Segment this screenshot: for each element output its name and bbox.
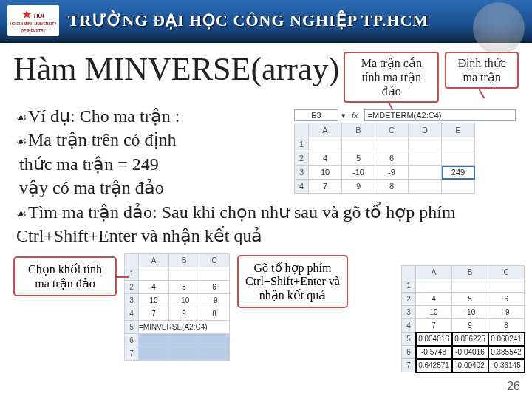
col-header: D bbox=[409, 123, 442, 137]
cell: 4 bbox=[139, 281, 169, 294]
cell: 10 bbox=[139, 294, 169, 307]
cell-inverse: 0.056225 bbox=[452, 332, 488, 346]
cell: -9 bbox=[488, 306, 525, 319]
row-header: 6 bbox=[402, 346, 416, 359]
cell: 5 bbox=[169, 281, 200, 294]
callout-determinant: Định thức ma trận bbox=[445, 52, 519, 89]
brand-banner: ★ HUI HO CHI MINH UNIVERSITY OF INDUSTRY… bbox=[0, 0, 532, 43]
logo-star-icon: ★ bbox=[22, 8, 32, 20]
cell-inverse: -0.00402 bbox=[452, 359, 488, 372]
row-header: 6 bbox=[125, 334, 139, 347]
formula-cell: =MINVERSE(A2:C4) bbox=[139, 321, 230, 334]
cell: -9 bbox=[200, 294, 230, 307]
cell: -9 bbox=[375, 166, 409, 180]
cell-inverse: -0.5743 bbox=[416, 346, 452, 359]
cell: 7 bbox=[139, 307, 169, 321]
cell: 7 bbox=[416, 319, 452, 332]
col-header: B bbox=[342, 123, 375, 137]
row-header: 2 bbox=[402, 293, 416, 306]
cell: 8 bbox=[488, 319, 525, 332]
row-header: 2 bbox=[295, 151, 309, 166]
row-header: 3 bbox=[402, 306, 416, 319]
name-box: E3 bbox=[294, 109, 338, 121]
cell: 6 bbox=[200, 281, 230, 294]
dropdown-icon: ▾ bbox=[341, 111, 346, 120]
bullet-icon bbox=[16, 200, 28, 224]
cell: 9 bbox=[342, 180, 375, 194]
cell: -10 bbox=[342, 166, 375, 180]
seal-icon bbox=[473, 2, 525, 54]
sheet-determinant: A B C D E 1 2 4 5 6 3 10 -10 -9 249 4 7 … bbox=[294, 123, 475, 194]
callout-ctrl-shift-enter: Gõ tổ hợp phím Ctrl+Shift+Enter và nhận … bbox=[237, 255, 348, 308]
col-header: C bbox=[375, 123, 409, 137]
cell: 4 bbox=[416, 293, 452, 306]
line-3: Tìm ma trận đảo: Sau khi chọn như sau và… bbox=[16, 202, 456, 245]
row-header: 4 bbox=[125, 307, 139, 321]
page-number: 26 bbox=[507, 380, 520, 393]
line-2b: thức ma trận = 249 bbox=[19, 154, 159, 174]
bullet-icon bbox=[16, 104, 28, 128]
row-header: 3 bbox=[125, 294, 139, 307]
row-header: 4 bbox=[295, 180, 309, 194]
cell: 5 bbox=[452, 293, 488, 306]
row-header: 5 bbox=[402, 332, 416, 346]
cell: 5 bbox=[342, 151, 375, 166]
cell: 10 bbox=[309, 166, 342, 180]
callout-select-block: Chọn khối tính ma trận đảo bbox=[13, 256, 117, 296]
slide-title: Hàm MINVERSE(array) bbox=[13, 50, 339, 88]
cell: 9 bbox=[452, 319, 488, 332]
row-header: 5 bbox=[125, 321, 139, 334]
row-header: 2 bbox=[125, 281, 139, 294]
row-header: 3 bbox=[295, 166, 309, 180]
cell-inverse: -0.04016 bbox=[452, 346, 488, 359]
formula-bar: =MDETERM(A2:C4) bbox=[364, 109, 516, 121]
bullet-icon bbox=[16, 128, 28, 151]
cell-inverse: 0.385542 bbox=[488, 346, 525, 359]
excel-determinant-embed: E3 ▾ fx =MDETERM(A2:C4) A B C D E 1 2 4 … bbox=[294, 109, 516, 194]
cell: 6 bbox=[488, 293, 525, 306]
cell: 7 bbox=[309, 180, 342, 194]
row-header: 1 bbox=[125, 267, 139, 281]
cell: 6 bbox=[375, 151, 409, 166]
row-header: 7 bbox=[125, 347, 139, 361]
logo-abbrev: HUI bbox=[34, 13, 44, 19]
excel-minverse-result: A B C 1 2 4 5 6 3 10 -10 -9 4 7 9 8 5 0.… bbox=[401, 265, 525, 372]
col-header: B bbox=[452, 266, 488, 279]
col-header: A bbox=[139, 254, 169, 267]
line-2c: vậy có ma trận đảo bbox=[19, 178, 164, 197]
cell-inverse: 0.004016 bbox=[416, 332, 452, 346]
callout-array-arg: Ma trận cần tính ma trận đảo bbox=[344, 52, 439, 103]
cell: 8 bbox=[375, 180, 409, 194]
col-header: C bbox=[200, 254, 230, 267]
col-header: C bbox=[488, 266, 525, 279]
cell: 8 bbox=[200, 307, 230, 321]
col-header: E bbox=[442, 123, 475, 137]
cell-inverse: -0.36145 bbox=[488, 359, 525, 372]
cell: 4 bbox=[309, 151, 342, 166]
col-header: A bbox=[416, 266, 452, 279]
line-1: Ví dụ: Cho ma trận : bbox=[28, 106, 180, 126]
row-header: 1 bbox=[402, 279, 416, 293]
fx-icon: fx bbox=[352, 111, 358, 120]
cell: -10 bbox=[169, 294, 200, 307]
line-2a: Ma trận trên có định bbox=[28, 130, 177, 149]
banner-title: TRƯỜNG ĐẠI HỌC CÔNG NGHIỆP TP.HCM bbox=[68, 11, 429, 30]
cell: -10 bbox=[452, 306, 488, 319]
col-header: A bbox=[309, 123, 342, 137]
row-header: 4 bbox=[402, 319, 416, 332]
cell-determinant-result: 249 bbox=[442, 166, 475, 180]
logo: ★ HUI HO CHI MINH UNIVERSITY OF INDUSTRY bbox=[7, 5, 59, 36]
logo-subtext: HO CHI MINH UNIVERSITY OF INDUSTRY bbox=[10, 21, 56, 33]
cell: 9 bbox=[169, 307, 200, 321]
cell: 10 bbox=[416, 306, 452, 319]
cell-inverse: 0.642571 bbox=[416, 359, 452, 372]
excel-minverse-input: A B C 1 2 4 5 6 3 10 -10 -9 4 7 9 8 5 =M… bbox=[124, 253, 230, 361]
col-header: B bbox=[169, 254, 200, 267]
row-header: 1 bbox=[295, 137, 309, 151]
cell-inverse: 0.060241 bbox=[488, 332, 525, 346]
row-header: 7 bbox=[402, 359, 416, 372]
